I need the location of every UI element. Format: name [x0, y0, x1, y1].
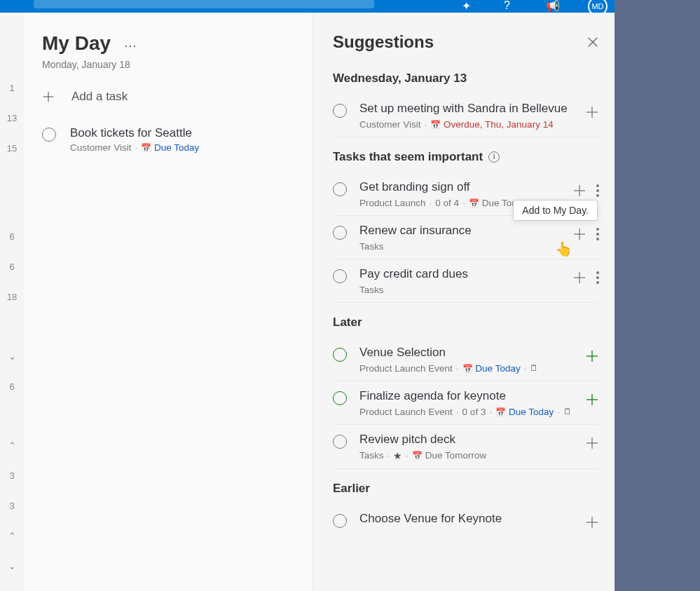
gutter-item: 6 — [9, 381, 14, 392]
gutter-item: 3 — [9, 501, 14, 511]
section-heading: Later — [333, 315, 599, 330]
calendar-icon: 📅 — [462, 364, 473, 374]
task-row[interactable]: Book tickets for Seattle Customer Visit·… — [42, 121, 294, 158]
suggestion-title: Review pitch deck — [359, 432, 585, 448]
add-to-day-button[interactable] — [585, 349, 599, 363]
more-icon[interactable] — [596, 184, 599, 197]
star-icon: ★ — [393, 450, 402, 461]
suggestion-title: Finalize agenda for keynote — [359, 388, 585, 405]
more-icon[interactable] — [596, 228, 599, 240]
panel-title: Suggestions — [333, 32, 434, 52]
suggestion-item[interactable]: Choose Venue for Keynote — [333, 504, 599, 536]
suggestion-meta: Tasks — [359, 241, 572, 252]
complete-circle[interactable] — [333, 226, 347, 240]
main-panel: My Day ⋯ Monday, January 18 Add a task B… — [24, 13, 313, 178]
calendar-icon: 📅 — [430, 120, 441, 130]
suggestion-meta: Product Launch Event·0 of 3·📅 Due Today·… — [359, 407, 585, 417]
suggestion-title: Choose Venue for Keynote — [359, 511, 585, 527]
calendar-icon: 📅 — [412, 451, 423, 461]
note-icon: 🗒 — [530, 363, 538, 373]
page-date: Monday, January 18 — [42, 59, 294, 70]
add-to-day-button[interactable] — [572, 227, 586, 241]
tooltip: Add to My Day. — [513, 200, 598, 221]
more-icon[interactable] — [596, 271, 599, 284]
add-to-day-button[interactable] — [572, 271, 586, 285]
search-input[interactable] — [34, 0, 374, 8]
suggestion-meta: Product Launch Event·📅 Due Today·🗒 — [359, 363, 585, 374]
info-icon[interactable]: i — [488, 151, 500, 163]
suggestion-title: Pay credit card dues — [359, 266, 572, 283]
suggestion-title: Venue Selection — [359, 345, 585, 361]
complete-circle[interactable] — [333, 348, 347, 362]
more-icon[interactable]: ⋯ — [124, 39, 137, 53]
complete-circle[interactable] — [333, 182, 347, 196]
suggestion-item[interactable]: Review pitch deck Tasks·★·📅 Due Tomorrow — [333, 425, 599, 469]
section-heading: Wednesday, January 13 — [333, 72, 599, 86]
add-to-day-button[interactable] — [585, 393, 599, 407]
suggestions-panel: Suggestions Wednesday, January 13 Set up… — [313, 13, 615, 591]
complete-circle[interactable] — [333, 514, 347, 528]
addon-icon[interactable]: ✦ — [462, 0, 476, 13]
add-to-day-button[interactable] — [572, 184, 586, 198]
suggestion-title: Renew car insurance — [359, 223, 572, 239]
left-gutter: 113156618⌄6⌃33⌃⌄ — [0, 13, 24, 591]
task-title: Book tickets for Seattle — [70, 126, 199, 140]
suggestion-title: Set up meeting with Sandra in Bellevue — [359, 101, 585, 117]
suggestion-title: Get branding sign off — [359, 179, 572, 196]
gutter-item: 13 — [7, 113, 17, 123]
gutter-item: ⌃ — [8, 440, 16, 451]
add-to-day-button[interactable] — [585, 436, 599, 450]
calendar-icon: 📅 — [495, 407, 506, 417]
gutter-item: 6 — [9, 231, 14, 242]
complete-circle[interactable] — [333, 104, 347, 118]
page-title: My Day — [42, 32, 111, 54]
suggestion-meta: Customer Visit·📅 Overdue, Thu, January 1… — [359, 119, 585, 130]
add-task-button[interactable]: Add a task — [42, 90, 294, 104]
calendar-icon: 📅 — [469, 198, 479, 208]
complete-circle[interactable] — [333, 435, 347, 449]
plus-icon — [42, 90, 55, 103]
section-heading: Earlier — [333, 482, 599, 496]
gutter-item: ⌄ — [8, 351, 16, 362]
section-heading: Tasks that seem importanti — [333, 150, 599, 164]
suggestion-item[interactable]: Set up meeting with Sandra in Bellevue C… — [333, 94, 599, 137]
note-icon: 🗒 — [563, 407, 572, 416]
gutter-item: 3 — [9, 470, 14, 481]
gutter-item: ⌄ — [8, 561, 16, 571]
suggestion-item[interactable]: Pay credit card dues Tasks — [333, 259, 599, 303]
complete-circle[interactable] — [42, 128, 56, 142]
gutter-item: ⌃ — [8, 531, 16, 541]
task-meta: Customer Visit· 📅 Due Today — [70, 142, 199, 153]
close-icon[interactable] — [586, 36, 599, 48]
add-to-day-button[interactable] — [585, 105, 599, 119]
add-task-label: Add a task — [71, 90, 128, 104]
complete-circle[interactable] — [333, 269, 347, 283]
megaphone-icon[interactable]: 📢 — [546, 0, 560, 13]
gutter-item: 15 — [7, 143, 17, 154]
suggestion-item[interactable]: Finalize agenda for keynote Product Laun… — [333, 381, 599, 425]
gutter-item: 1 — [9, 83, 14, 93]
top-bar: ✦ ? 📢 MD — [0, 0, 615, 13]
add-to-day-button[interactable] — [585, 515, 599, 529]
suggestion-item[interactable]: Venue Selection Product Launch Event·📅 D… — [333, 338, 599, 381]
gutter-item: 6 — [9, 261, 14, 272]
suggestion-meta: Tasks·★·📅 Due Tomorrow — [359, 450, 585, 461]
help-icon[interactable]: ? — [504, 0, 518, 13]
suggestion-meta: Tasks — [359, 285, 572, 295]
suggestion-item[interactable]: Renew car insurance Tasks — [333, 216, 599, 259]
gutter-item: 18 — [7, 292, 17, 302]
complete-circle[interactable] — [333, 391, 347, 405]
